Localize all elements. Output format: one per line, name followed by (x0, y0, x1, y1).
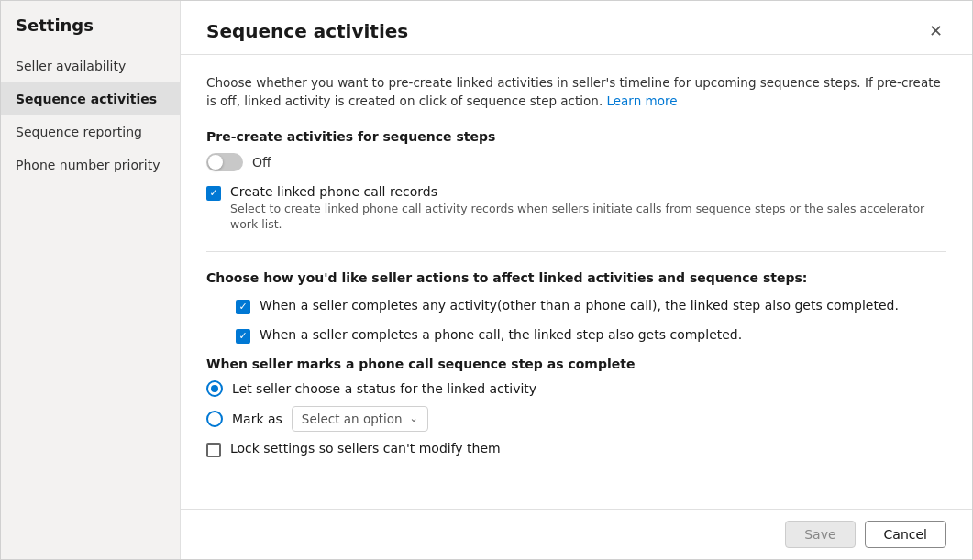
sidebar: Settings Seller availability Sequence ac… (1, 1, 181, 559)
lock-settings-label: Lock settings so sellers can't modify th… (230, 441, 946, 456)
pre-create-label: Pre-create activities for sequence steps (206, 129, 946, 144)
radio-mark-as-row: Mark as Select an option ⌄ (206, 406, 946, 432)
checkbox-phone-call-sublabel: Select to create linked phone call activ… (230, 201, 946, 233)
close-button[interactable]: ✕ (925, 19, 946, 43)
checkbox-phone-call-label: Create linked phone call records (230, 184, 946, 199)
radio-mark-as-label: Mark as (232, 412, 282, 426)
radio-let-seller-row: Let seller choose a status for the linke… (206, 380, 946, 397)
pre-create-toggle[interactable] (206, 153, 243, 171)
checkbox-any-activity[interactable]: ✓ (236, 300, 250, 314)
checkbox-any-activity-row: ✓ When a seller completes any activity(o… (236, 298, 946, 314)
radio-let-seller-label: Let seller choose a status for the linke… (232, 381, 536, 396)
checkmark-icon-2: ✓ (238, 302, 247, 312)
learn-more-link[interactable]: Learn more (606, 93, 677, 108)
checkmark-icon-3: ✓ (238, 331, 247, 341)
lock-settings-row: Lock settings so sellers can't modify th… (206, 441, 946, 457)
checkbox-any-activity-label: When a seller completes any activity(oth… (260, 298, 946, 313)
panel-footer: Save Cancel (181, 509, 972, 559)
sidebar-item-seller-availability[interactable]: Seller availability (1, 49, 180, 82)
chevron-down-icon: ⌄ (410, 412, 418, 424)
checkmark-icon: ✓ (209, 188, 217, 198)
section-seller-actions-label: Choose how you'd like seller actions to … (206, 270, 946, 285)
sidebar-item-sequence-activities[interactable]: Sequence activities (1, 82, 180, 115)
checkbox-lock-settings[interactable] (206, 443, 221, 457)
toggle-label: Off (252, 155, 271, 170)
radio-let-seller[interactable] (206, 380, 223, 397)
checkbox-phone-call-records[interactable]: ✓ (206, 186, 221, 201)
settings-window: Settings Seller availability Sequence ac… (0, 0, 973, 560)
checkbox-phone-call-complete[interactable]: ✓ (236, 329, 250, 344)
sidebar-item-phone-number-priority[interactable]: Phone number priority (1, 148, 180, 181)
panel-body: Choose whether you want to pre-create li… (181, 55, 972, 509)
section-when-label: When seller marks a phone call sequence … (206, 357, 946, 371)
checkboxes-indent-group: ✓ When a seller completes any activity(o… (206, 298, 946, 344)
mark-as-dropdown[interactable]: Select an option ⌄ (292, 406, 428, 432)
panel-header: Sequence activities ✕ (181, 1, 972, 55)
cancel-button[interactable]: Cancel (865, 521, 946, 548)
panel-title: Sequence activities (206, 20, 408, 42)
checkbox-phone-call-records-row: ✓ Create linked phone call records Selec… (206, 184, 946, 233)
radio-mark-as[interactable] (206, 411, 223, 427)
radio-inner-dot (211, 385, 218, 392)
checkbox-phone-call-complete-row: ✓ When a seller completes a phone call, … (236, 327, 946, 344)
sidebar-title: Settings (1, 16, 180, 49)
main-panel: Sequence activities ✕ Choose whether you… (181, 1, 972, 559)
divider-1 (206, 251, 946, 252)
checkbox-phone-call-complete-label: When a seller completes a phone call, th… (260, 327, 946, 342)
toggle-knob (208, 155, 223, 170)
sidebar-item-sequence-reporting[interactable]: Sequence reporting (1, 115, 180, 148)
panel-description: Choose whether you want to pre-create li… (206, 73, 946, 111)
dropdown-placeholder: Select an option (302, 412, 403, 426)
toggle-row: Off (206, 153, 946, 171)
save-button[interactable]: Save (785, 521, 855, 548)
